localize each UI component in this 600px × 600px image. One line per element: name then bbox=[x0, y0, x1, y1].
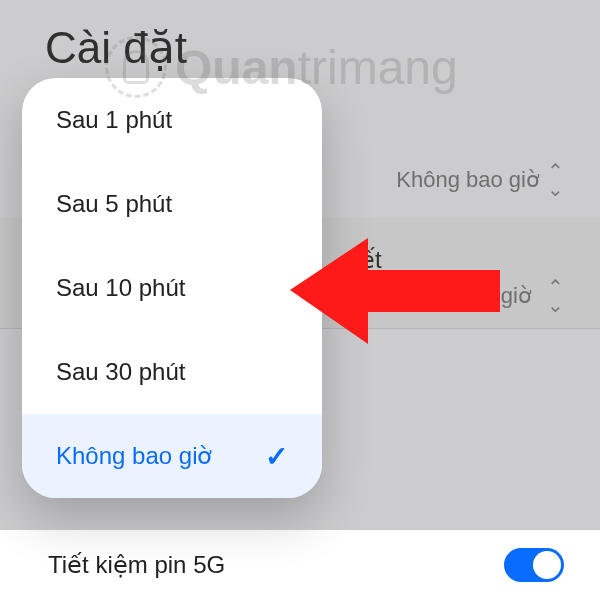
check-icon: ✓ bbox=[265, 440, 288, 473]
popup-option-5min[interactable]: Sau 5 phút bbox=[22, 162, 322, 246]
popup-option-30min[interactable]: Sau 30 phút bbox=[22, 330, 322, 414]
popup-option-1min[interactable]: Sau 1 phút bbox=[22, 78, 322, 162]
popup-option-label: Không bao giờ bbox=[56, 442, 212, 470]
setting-row-5g-battery[interactable]: Tiết kiệm pin 5G bbox=[0, 530, 600, 600]
screen: Cài đặt Không bao giờ ⌃⌄ ết Không bao gi… bbox=[0, 0, 600, 600]
toggle-5g-battery[interactable] bbox=[504, 548, 564, 582]
popup-option-never[interactable]: Không bao giờ ✓ bbox=[22, 414, 322, 498]
setting-row-5g-label: Tiết kiệm pin 5G bbox=[48, 551, 225, 579]
popup-option-label: Sau 5 phút bbox=[56, 190, 172, 218]
popup-option-label: Sau 30 phút bbox=[56, 358, 185, 386]
popup-option-label: Sau 10 phút bbox=[56, 274, 185, 302]
popup-option-10min[interactable]: Sau 10 phút bbox=[22, 246, 322, 330]
popup-option-label: Sau 1 phút bbox=[56, 106, 172, 134]
duration-popup: Sau 1 phút Sau 5 phút Sau 10 phút Sau 30… bbox=[22, 78, 322, 498]
